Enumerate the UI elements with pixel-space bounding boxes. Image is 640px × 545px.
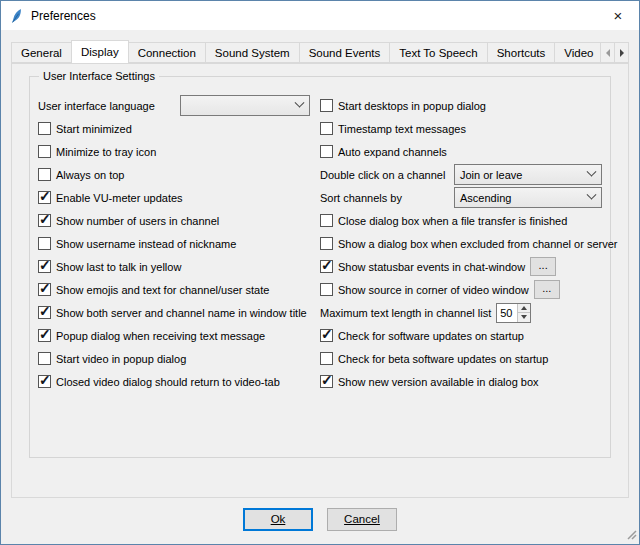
checkbox-label: Close dialog box when a file transfer is… (338, 215, 567, 227)
statusbar-events-more-button[interactable]: ... (530, 257, 556, 276)
checkbox-box[interactable] (320, 283, 333, 296)
checkbox-label: Show number of users in channel (56, 215, 219, 227)
checkbox-label: Check for beta software updates on start… (338, 353, 548, 365)
checkbox-last-to-talk[interactable]: Show last to talk in yellow (38, 256, 310, 277)
max-text-length-spinner[interactable]: 50 (496, 303, 531, 323)
chevron-down-icon (295, 98, 305, 108)
max-text-length-label: Maximum text length in channel list (320, 307, 491, 319)
checkbox-box[interactable] (38, 214, 51, 227)
checkbox-auto-expand-channels[interactable]: Auto expand channels (320, 141, 602, 162)
tab-connection[interactable]: Connection (128, 42, 206, 63)
tab-display[interactable]: Display (71, 40, 129, 63)
checkbox-label: Start minimized (56, 123, 132, 135)
spin-down-icon[interactable] (518, 313, 530, 322)
checkbox-box[interactable] (38, 145, 51, 158)
checkbox-box[interactable] (320, 214, 333, 227)
checkbox-closed-video-return[interactable]: Closed video dialog should return to vid… (38, 371, 310, 392)
checkbox-box[interactable] (320, 99, 333, 112)
checkbox-show-user-count[interactable]: Show number of users in channel (38, 210, 310, 231)
tab-general[interactable]: General (11, 42, 72, 63)
tab-strip: General Display Connection Sound System … (1, 30, 639, 63)
checkbox-enable-vu-meter[interactable]: Enable VU-meter updates (38, 187, 310, 208)
ok-button[interactable]: Ok (243, 508, 313, 531)
language-row: User interface language (38, 95, 310, 116)
checkbox-dialog-when-excluded[interactable]: Show a dialog box when excluded from cha… (320, 233, 602, 254)
checkbox-label: Enable VU-meter updates (56, 192, 183, 204)
checkbox-label: Show emojis and text for channel/user st… (56, 284, 269, 296)
checkbox-desktops-popup[interactable]: Start desktops in popup dialog (320, 95, 602, 116)
combobox-value: Ascending (460, 192, 511, 204)
combobox-value: Join or leave (460, 169, 522, 181)
close-button[interactable]: × (597, 1, 639, 30)
window-title: Preferences (31, 9, 96, 23)
checkbox-box[interactable] (38, 260, 51, 273)
checkbox-box[interactable] (320, 122, 333, 135)
checkbox-show-username[interactable]: Show username instead of nickname (38, 233, 310, 254)
group-title: User Interface Settings (39, 70, 159, 82)
checkbox-server-channel-in-title[interactable]: Show both server and channel name in win… (38, 302, 310, 323)
checkbox-close-on-file-transfer[interactable]: Close dialog box when a file transfer is… (320, 210, 602, 231)
checkbox-label: Show source in corner of video window (338, 284, 529, 296)
tab-scroll-right-icon[interactable] (614, 42, 629, 63)
checkbox-video-source-corner[interactable]: Show source in corner of video window ..… (320, 279, 602, 300)
double-click-row: Double click on a channel Join or leave (320, 164, 602, 185)
ok-button-label: Ok (271, 513, 286, 525)
spin-up-icon[interactable] (518, 304, 530, 314)
checkbox-timestamp-messages[interactable]: Timestamp text messages (320, 118, 602, 139)
checkbox-label: Minimize to tray icon (56, 146, 156, 158)
video-source-more-button[interactable]: ... (534, 280, 560, 299)
checkbox-popup-text-message[interactable]: Popup dialog when receiving text message (38, 325, 310, 346)
checkbox-show-emojis[interactable]: Show emojis and text for channel/user st… (38, 279, 310, 300)
checkbox-box[interactable] (320, 237, 333, 250)
checkbox-check-beta-updates[interactable]: Check for beta software updates on start… (320, 348, 602, 369)
checkbox-box[interactable] (38, 306, 51, 319)
checkbox-box[interactable] (38, 352, 51, 365)
app-icon (9, 8, 25, 24)
tab-scroller (600, 42, 629, 63)
checkbox-check-updates[interactable]: Check for software updates on startup (320, 325, 602, 346)
checkbox-start-minimized[interactable]: Start minimized (38, 118, 310, 139)
checkbox-box[interactable] (320, 145, 333, 158)
double-click-label: Double click on a channel (320, 169, 445, 181)
checkbox-box[interactable] (320, 329, 333, 342)
left-column: User interface language Start minimized … (38, 95, 310, 394)
checkbox-label: Show both server and channel name in win… (56, 307, 307, 319)
tab-video[interactable]: Video (554, 42, 603, 63)
checkbox-box[interactable] (38, 283, 51, 296)
checkbox-always-on-top[interactable]: Always on top (38, 164, 310, 185)
tab-shortcuts[interactable]: Shortcuts (487, 42, 556, 63)
checkbox-box[interactable] (38, 237, 51, 250)
checkbox-box[interactable] (320, 352, 333, 365)
tab-text-to-speech[interactable]: Text To Speech (389, 42, 487, 63)
checkbox-label: Start video in popup dialog (56, 353, 186, 365)
tab-sound-system[interactable]: Sound System (205, 42, 300, 63)
language-combobox[interactable] (180, 95, 310, 116)
checkbox-box[interactable] (320, 260, 333, 273)
checkbox-box[interactable] (320, 375, 333, 388)
checkbox-label: Show a dialog box when excluded from cha… (338, 238, 617, 250)
sort-channels-combobox[interactable]: Ascending (454, 187, 602, 208)
tab-sound-events[interactable]: Sound Events (299, 42, 391, 63)
checkbox-box[interactable] (38, 191, 51, 204)
checkbox-box[interactable] (38, 375, 51, 388)
checkbox-new-version-dialog[interactable]: Show new version available in dialog box (320, 371, 602, 392)
dialog-button-row: Ok Cancel (1, 498, 639, 544)
cancel-button[interactable]: Cancel (327, 508, 397, 531)
right-column: Start desktops in popup dialog Timestamp… (320, 95, 602, 394)
titlebar[interactable]: Preferences × (1, 1, 639, 30)
checkbox-label: Show username instead of nickname (56, 238, 236, 250)
cancel-button-label: Cancel (344, 513, 380, 525)
double-click-combobox[interactable]: Join or leave (454, 164, 602, 185)
resize-grip-icon[interactable] (625, 528, 637, 542)
checkbox-statusbar-events[interactable]: Show statusbar events in chat-window ... (320, 256, 602, 277)
checkbox-label: Show statusbar events in chat-window (338, 261, 525, 273)
checkbox-label: Popup dialog when receiving text message (56, 330, 265, 342)
tab-scroll-left-icon[interactable] (600, 42, 615, 63)
checkbox-box[interactable] (38, 168, 51, 181)
checkbox-label: Check for software updates on startup (338, 330, 524, 342)
checkbox-minimize-to-tray[interactable]: Minimize to tray icon (38, 141, 310, 162)
checkbox-video-popup[interactable]: Start video in popup dialog (38, 348, 310, 369)
checkbox-box[interactable] (38, 122, 51, 135)
checkbox-box[interactable] (38, 329, 51, 342)
sort-channels-row: Sort channels by Ascending (320, 187, 602, 208)
